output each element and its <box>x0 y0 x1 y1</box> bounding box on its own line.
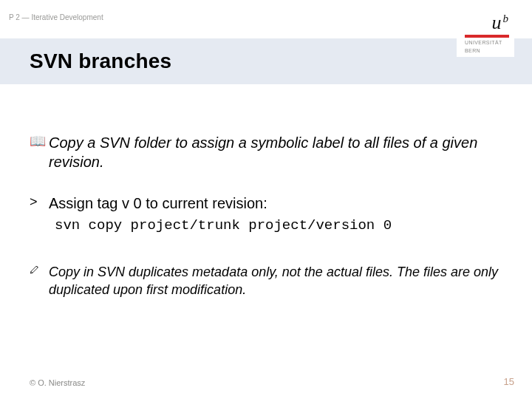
logo-bar <box>465 35 509 38</box>
bullet-copy-text: Copy a SVN folder to assign a symbolic l… <box>49 133 502 171</box>
pencil-icon <box>30 263 49 275</box>
page-number: 15 <box>504 376 514 387</box>
logo-text-1: UNIVERSITÄT <box>465 40 509 47</box>
command-text: svn copy project/trunk project/version 0 <box>55 217 502 233</box>
logo-u: u <box>492 14 502 33</box>
logo-ub: u b <box>465 14 509 33</box>
book-icon: 📖 <box>30 133 49 150</box>
university-logo: u b UNIVERSITÄT BERN <box>460 10 514 57</box>
logo-b: b <box>503 13 509 24</box>
bullet-note: Copy in SVN duplicates metadata only, no… <box>30 263 502 299</box>
gt-icon: > <box>30 194 49 211</box>
breadcrumb: P 2 — Iterative Development <box>9 13 103 21</box>
slide: P 2 — Iterative Development u b UNIVERSI… <box>0 0 532 399</box>
bullet-assign-text: Assign tag v 0 to current revision: <box>49 194 502 213</box>
copyright: © O. Nierstrasz <box>30 378 85 387</box>
bullet-assign: > Assign tag v 0 to current revision: <box>30 194 502 213</box>
bullet-copy: 📖 Copy a SVN folder to assign a symbolic… <box>30 133 502 171</box>
title-band: SVN branches <box>0 38 532 84</box>
slide-body: 📖 Copy a SVN folder to assign a symbolic… <box>30 133 502 321</box>
page-title: SVN branches <box>0 50 171 73</box>
logo-text-2: BERN <box>465 48 509 55</box>
bullet-note-text: Copy in SVN duplicates metadata only, no… <box>49 263 502 299</box>
